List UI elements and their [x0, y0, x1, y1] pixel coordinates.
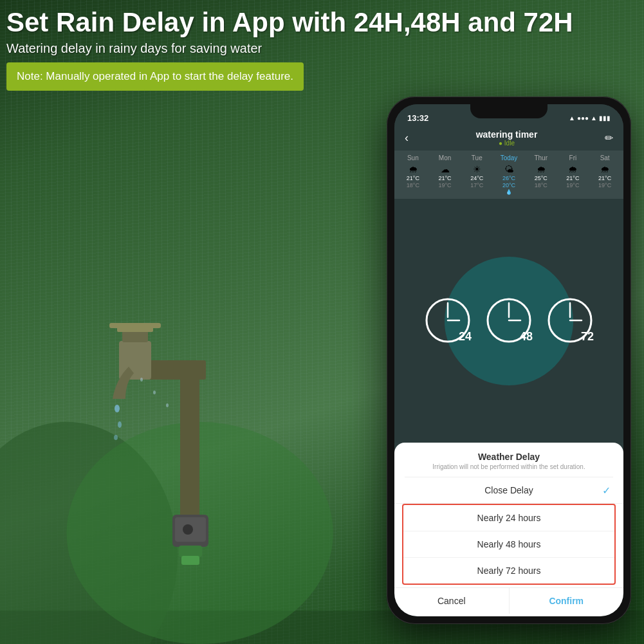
option-72h-label: Nearly 72 hours: [477, 566, 541, 576]
option-72h[interactable]: Nearly 72 hours: [403, 558, 614, 584]
phone-screen: 13:32 ▲ ●●● ▲ ▮▮▮ ‹ watering timer ● Idl…: [394, 104, 623, 616]
svg-rect-11: [180, 373, 199, 534]
weather-delay-modal: Weather Delay Irrigation will not be per…: [394, 443, 623, 616]
temp-low-fri: 19°C: [566, 182, 579, 189]
weather-icon-sun: 🌧: [409, 164, 418, 174]
day-fri: Fri: [557, 154, 589, 161]
confirm-button[interactable]: Confirm: [510, 588, 624, 614]
rain-indicator: 💧: [506, 189, 512, 195]
main-title: Set Rain Delay in App with 24H,48H and 7…: [6, 6, 638, 39]
temp-high-fri: 21°C: [566, 175, 579, 181]
cancel-button[interactable]: Cancel: [394, 588, 510, 614]
temp-low-sun: 18°C: [407, 182, 419, 189]
status-dot: ●: [499, 140, 504, 147]
day-sun: Sun: [397, 154, 429, 161]
calendar-row: Sun Mon Tue Today Thur Fri Sat 🌧 21°C 18…: [394, 151, 623, 199]
weather-icon-fri: 🌧: [568, 164, 577, 174]
day-headers: Sun Mon Tue Today Thur Fri Sat: [397, 154, 621, 161]
app-title-container: watering timer ● Idle: [409, 129, 605, 147]
clock-area: 24 48: [394, 199, 623, 443]
clock-24[interactable]: 24: [424, 297, 472, 345]
option-48h-label: Nearly 48 hours: [477, 539, 541, 549]
clock-icons: 24 48: [424, 297, 594, 345]
weather-sun: 🌧 21°C 18°C: [397, 164, 429, 195]
temp-low-sat: 19°C: [598, 182, 611, 189]
day-thur: Thur: [525, 154, 557, 161]
wifi-icon: ▲: [591, 115, 597, 122]
svg-text:48: 48: [520, 330, 533, 343]
weather-thur: 🌧 25°C 18°C: [525, 164, 557, 195]
battery-icon: ▮▮▮: [599, 115, 611, 122]
svg-point-19: [114, 435, 118, 440]
svg-rect-24: [179, 546, 202, 557]
svg-rect-16: [109, 323, 161, 328]
check-icon: ✓: [602, 484, 611, 497]
edit-button[interactable]: ✏: [605, 132, 613, 144]
svg-text:72: 72: [581, 330, 594, 343]
modal-actions: Cancel Confirm: [394, 587, 623, 614]
option-24h-label: Nearly 24 hours: [477, 513, 541, 523]
phone-notch: [470, 104, 547, 118]
svg-point-27: [153, 391, 156, 394]
svg-point-26: [140, 378, 143, 382]
weather-today: 🌤 26°C 20°C 💧: [493, 164, 525, 195]
phone-frame: 13:32 ▲ ●●● ▲ ▮▮▮ ‹ watering timer ● Idl…: [387, 97, 631, 624]
location-icon: ▲: [569, 115, 575, 122]
day-sat: Sat: [589, 154, 621, 161]
temp-low-mon: 19°C: [439, 182, 452, 189]
weather-mon: ☁ 21°C 19°C: [429, 164, 461, 195]
weather-icon-tue: ☀: [473, 164, 481, 174]
temp-low-thur: 18°C: [535, 182, 547, 189]
day-tue: Tue: [461, 154, 493, 161]
svg-rect-25: [181, 556, 199, 565]
temp-low-tue: 17°C: [470, 182, 483, 189]
day-today[interactable]: Today: [493, 154, 525, 161]
option-24h[interactable]: Nearly 24 hours: [403, 505, 614, 531]
weather-sat: 🌧 21°C 19°C: [589, 164, 621, 195]
svg-point-18: [118, 421, 122, 428]
svg-text:24: 24: [459, 330, 472, 343]
weather-row: 🌧 21°C 18°C ☁ 21°C 19°C ☀ 24°C 17°C: [397, 164, 621, 195]
idle-label: Idle: [504, 140, 515, 147]
close-delay-label: Close Delay: [484, 485, 533, 495]
clock-72[interactable]: 72: [546, 297, 594, 345]
app-status: ● Idle: [409, 140, 605, 147]
faucet-illustration: moes: [64, 180, 309, 566]
temp-high-tue: 24°C: [470, 175, 483, 181]
weather-icon-sat: 🌧: [600, 164, 609, 174]
highlighted-options: Nearly 24 hours Nearly 48 hours Nearly 7…: [402, 504, 616, 585]
weather-icon-today: 🌤: [504, 164, 513, 174]
note-box: Note: Manually operated in App to start …: [6, 62, 304, 91]
status-icons: ▲ ●●● ▲ ▮▮▮: [569, 115, 611, 122]
svg-point-17: [115, 405, 120, 412]
temp-high-mon: 21°C: [439, 175, 452, 181]
phone-mockup: 13:32 ▲ ●●● ▲ ▮▮▮ ‹ watering timer ● Idl…: [387, 97, 631, 624]
app-header: ‹ watering timer ● Idle ✏: [394, 125, 623, 151]
modal-title: Weather Delay: [394, 443, 623, 463]
temp-high-sat: 21°C: [598, 175, 611, 181]
temp-high-sun: 21°C: [407, 175, 419, 181]
weather-icon-thur: 🌧: [537, 164, 546, 174]
clock-48[interactable]: 48: [485, 297, 533, 345]
option-close-delay[interactable]: Close Delay ✓: [394, 477, 623, 504]
option-48h[interactable]: Nearly 48 hours: [403, 531, 614, 558]
temp-high-today: 26°C: [502, 175, 515, 181]
signal-icon: ●●●: [577, 115, 589, 122]
clock-24-svg: 24: [424, 297, 472, 345]
clock-48-svg: 48: [485, 297, 533, 345]
temp-high-thur: 25°C: [535, 175, 547, 181]
app-title-text: watering timer: [409, 129, 605, 140]
svg-point-28: [166, 403, 169, 407]
svg-point-22: [183, 524, 193, 535]
title-section: Set Rain Delay in App with 24H,48H and 7…: [6, 6, 638, 91]
day-mon: Mon: [429, 154, 461, 161]
modal-subtitle: Irrigation will not be performed within …: [394, 463, 623, 477]
weather-fri: 🌧 21°C 19°C: [557, 164, 589, 195]
weather-tue: ☀ 24°C 17°C: [461, 164, 493, 195]
subtitle: Watering delay in rainy days for saving …: [6, 41, 638, 56]
temp-low-today: 20°C: [502, 182, 515, 189]
clock-72-svg: 72: [546, 297, 594, 345]
weather-icon-mon: ☁: [441, 164, 450, 174]
status-time: 13:32: [407, 113, 428, 123]
